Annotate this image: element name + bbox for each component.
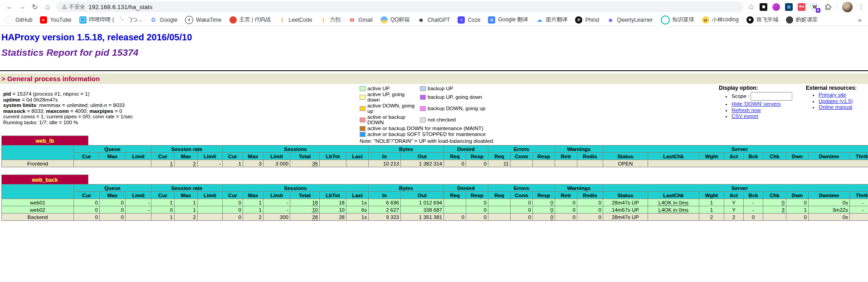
group-header: Session rate — [151, 146, 223, 153]
statistics-report-title: Statistics Report for pid 15374 — [1, 47, 868, 58]
refresh-icon[interactable]: ↻ — [29, 1, 41, 13]
external-resource-link-2[interactable]: Online manual — [819, 104, 852, 110]
stat-cell: - — [126, 199, 151, 206]
proxy-name-link[interactable]: web_lb — [36, 138, 54, 144]
column-header: Last — [346, 153, 369, 160]
group-header: Bytes — [369, 185, 444, 192]
table-row-web02: web0200-0101-10106s2 627338 6870000014m5… — [2, 206, 868, 214]
stat-cell: 14m57s UP — [603, 206, 648, 214]
stat-cell: 0 — [533, 214, 555, 221]
stat-cell: 1 — [243, 206, 263, 214]
bookmark-label: QwertyLearner — [617, 17, 653, 23]
bookmark-wakatime[interactable]: WakaTime — [185, 16, 221, 24]
stat-cell — [198, 199, 223, 206]
stat-cell: - — [744, 206, 763, 214]
extension-icon-black[interactable] — [760, 3, 767, 11]
bookmark-gtranslate[interactable]: GGoogle 翻译 — [488, 16, 528, 24]
column-header: Req — [488, 153, 511, 160]
bookmark-github[interactable]: GitHub — [5, 16, 32, 24]
profile-avatar[interactable] — [842, 2, 853, 12]
stat-cell: - — [263, 199, 290, 206]
bookmark-likou[interactable]: {力扣 — [320, 16, 341, 24]
extensions-puzzle-icon[interactable] — [824, 3, 832, 11]
url-text: 192.168.6.131/ha_stats — [88, 4, 152, 10]
bookmark-label: Phind — [585, 17, 599, 23]
extension-icon-blue[interactable] — [785, 3, 793, 11]
stat-cell: 338 687 — [401, 206, 444, 214]
bookmark-mayikt[interactable]: 蚂蚁课堂 — [786, 16, 818, 24]
group-header: Sessions — [223, 185, 369, 192]
bookmark-luffy[interactable]: 路飞学城 — [746, 16, 778, 24]
bookmark-label: 知识星球 — [673, 16, 694, 24]
stat-cell: 0 — [555, 206, 577, 214]
column-header: Dwntme — [809, 192, 850, 199]
not-secure-badge[interactable]: 不安全 — [62, 3, 85, 11]
bookmark-star-icon[interactable]: ☆ — [748, 2, 755, 12]
lightroom-extension-icon[interactable] — [772, 3, 780, 11]
column-header: Act — [724, 153, 744, 160]
group-header: Bytes — [369, 146, 444, 153]
bookmark-qqmail[interactable]: QQ邮箱 — [380, 16, 410, 24]
column-header: Retr — [555, 192, 577, 199]
bookmark-xiaolin[interactable]: ω小林coding — [702, 16, 739, 24]
column-header: Bck — [744, 153, 763, 160]
bookmark-label: LeetCode — [288, 17, 312, 23]
bookmark-google[interactable]: GGoogle — [150, 16, 177, 24]
wakatime-icon-inner — [188, 19, 190, 21]
bookmark-qwerty[interactable]: ◆QwertyLearner — [607, 16, 653, 24]
column-header: Cur — [223, 192, 243, 199]
bookmark-codewar[interactable]: 主页 | 代码战 — [229, 16, 271, 24]
bookmark-coze[interactable]: ☺Coze — [458, 16, 480, 24]
column-header: Max — [243, 192, 263, 199]
column-header: Limit — [198, 153, 223, 160]
stat-cell: 0 — [577, 214, 603, 221]
stat-cell — [533, 160, 555, 167]
stat-cell: 1 — [151, 199, 175, 206]
stat-cell: 1 — [175, 199, 198, 206]
wordpress-extension-icon[interactable]: W6 — [810, 3, 819, 11]
display-option-link-1[interactable]: Refresh now — [731, 107, 761, 113]
forward-icon[interactable]: → — [16, 1, 28, 13]
legend-swatch — [420, 106, 426, 111]
home-icon[interactable]: ⌂ — [42, 1, 54, 13]
column-header: Resp — [533, 153, 555, 160]
legend-label: active DOWN, going up — [367, 103, 418, 114]
display-option-link-0[interactable]: Hide 'DOWN' servers — [731, 101, 781, 107]
display-option-block: Display option: Scope : Hide 'DOWN' serv… — [719, 85, 792, 120]
bookmark-zsxq[interactable]: 知识星球 — [661, 15, 694, 24]
browser-menu-icon[interactable]: ⋮ — [858, 3, 864, 11]
haproxy-version-title[interactable]: HAProxy version 1.5.18, released 2016/05… — [1, 32, 868, 43]
bookmark-imgtranslate[interactable]: ☁图片翻译 — [536, 16, 567, 24]
proxy-name-link[interactable]: web_back — [32, 177, 58, 183]
bookmark-bilibili[interactable]: 哔哩哔哩 ( ゜- ゜)つ... — [79, 16, 142, 24]
group-header: Errors — [488, 146, 555, 153]
bookmark-gmail[interactable]: MGmail — [348, 16, 372, 24]
phind-icon: P — [575, 16, 582, 24]
external-resource-link-0[interactable]: Primary site — [819, 92, 846, 97]
stat-cell: 0 — [577, 206, 603, 214]
column-header: Chk — [763, 192, 786, 199]
row-label-header — [2, 185, 74, 199]
stat-cell — [488, 199, 511, 206]
translate-extension-icon[interactable]: 中A — [798, 3, 805, 11]
bookmark-leetcode[interactable]: {LeetCode — [278, 16, 312, 24]
bookmark-youtube[interactable]: ▶YouTube — [40, 16, 71, 24]
display-option-link-2[interactable]: CSV export — [731, 113, 758, 119]
stat-cell — [198, 206, 223, 214]
process-info-line: pid = 15374 (process #1, nbproc = 1) — [3, 91, 133, 97]
stat-cell: 0 — [511, 214, 533, 221]
bookmarks-overflow-icon[interactable]: » — [858, 16, 863, 24]
external-resources-block: External resources: Primary siteUpdates … — [806, 85, 857, 111]
stat-cell: 0 — [555, 199, 577, 206]
address-bar[interactable]: 不安全 192.168.6.131/ha_stats — [56, 1, 743, 12]
bookmark-chatgpt[interactable]: ∗ChatGPT — [417, 16, 450, 24]
stats-tables: web_lbQueueSession rateSessionsBytesDeni… — [0, 136, 868, 221]
back-icon[interactable]: ← — [4, 1, 15, 13]
stat-cell: 1 012 694 — [401, 199, 444, 206]
external-resource-link-1[interactable]: Updates (v1.5) — [819, 98, 853, 104]
bookmark-label: 蚂蚁课堂 — [796, 16, 818, 24]
bookmark-phind[interactable]: PPhind — [575, 16, 599, 24]
scope-input[interactable] — [751, 92, 792, 101]
status-legend: active UPbackup UPactive UP, going downb… — [360, 86, 494, 144]
bookmark-label: Google — [160, 17, 177, 23]
